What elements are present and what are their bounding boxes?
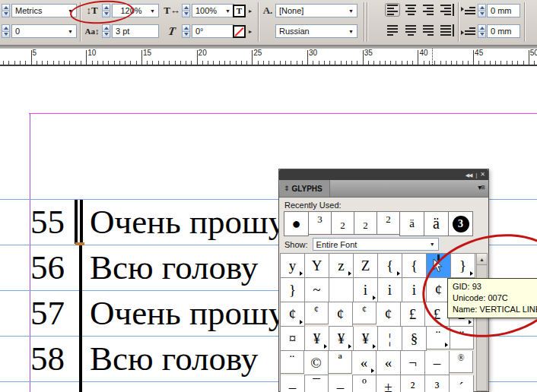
align-towards-spine-button[interactable] [438,3,453,17]
recent-glyph-cell[interactable]: 2 [377,211,400,235]
selected-vertical-line-glyph[interactable] [80,200,83,244]
glyph-cell[interactable]: – [281,375,305,392]
glyph-cell[interactable]: ¢ [377,302,401,327]
recent-glyph-cell[interactable]: ● [284,211,309,236]
recent-glyph-cell[interactable]: 2 [331,211,354,235]
glyph-cell[interactable]: £ [401,302,425,327]
panel-menu-icon[interactable]: ▾≡ [478,183,485,191]
left-indent-stepper[interactable] [478,3,486,18]
justify-all-button[interactable] [438,24,453,37]
kerning-stepper[interactable] [2,3,10,18]
line-text[interactable]: Очень прошу [90,202,280,242]
language-combobox[interactable]: Russian▼ [275,24,357,39]
glyph-cell[interactable]: { [402,254,427,278]
glyph-cell[interactable]: ¥ [305,327,329,351]
glyph-cell[interactable]: ¨ [427,327,450,349]
justify-last-right-button[interactable] [421,24,436,37]
recent-glyph-cell[interactable]: ä [424,211,449,236]
glyph-cell[interactable]: } [451,254,475,278]
glyph-cell[interactable]: y [281,254,305,278]
align-left-button[interactable] [385,3,400,17]
glyph-cell[interactable]: ¬ [401,351,425,375]
glyph-cell[interactable] [329,278,354,302]
tracking-stepper[interactable] [2,24,10,39]
left-indent-field[interactable]: 0 mm [487,3,520,18]
glyph-cell[interactable]: « [377,351,401,375]
vertical-scale-stepper[interactable] [102,3,110,18]
panel-close-icon[interactable]: ✕ [480,172,485,178]
recent-glyph-cell[interactable]: 3 [308,211,332,235]
ruler-minor-tick [468,61,469,65]
baseline-shift-stepper[interactable] [102,24,110,39]
glyph-cell[interactable]: ¢ [305,302,329,324]
skew-stepper[interactable] [182,24,190,39]
glyph-grid-scrollbar[interactable]: ▲ [476,253,488,391]
glyph-cell[interactable]: « [352,351,377,375]
truncated-toolbar-icon[interactable] [529,24,537,39]
glyph-cell[interactable]: ~ [305,278,329,302]
glyph-cell[interactable]: Z [354,254,378,278]
glyph-cell[interactable]: i [378,278,402,302]
glyph-cell[interactable]: z [329,254,354,278]
glyph-cell[interactable]: ® [450,351,473,373]
glyph-cell[interactable]: ¤ [281,327,305,351]
show-combobox[interactable]: Entire Font▼ [313,238,439,251]
glyph-cell[interactable]: ¦ [378,327,402,351]
stroke-proxy-button[interactable]: ▸ [233,24,252,39]
glyph-cell[interactable]: ´ [450,375,474,392]
glyph-cell[interactable]: ¥ [329,327,354,351]
glyph-cell[interactable]: – [329,375,353,392]
glyph-cell[interactable]: { [378,254,402,278]
glyph-cell[interactable]: Y [305,254,329,278]
glyph-cell-selected-vertical-line[interactable] [427,254,451,278]
panel-collapse-icon[interactable]: ◀◀ [466,172,472,178]
glyph-cell[interactable]: ± [377,375,401,392]
glyph-cell[interactable]: ³ [425,375,450,392]
glyph-cell[interactable]: } [281,278,305,302]
align-center-button[interactable] [403,3,418,17]
glyph-cell[interactable]: § [402,327,427,351]
align-spine-icon [440,4,451,16]
recent-glyph-cell[interactable]: 2 [354,211,377,235]
glyph-cell[interactable]: ¥ [354,327,378,351]
vertical-scale-combobox[interactable]: 120%▼ [112,3,159,18]
glyph-cell[interactable]: £ [425,302,450,327]
glyph-cell[interactable]: ¢ [281,302,305,327]
horizontal-ruler[interactable]: 5101520253035404550 [0,49,537,66]
line-text[interactable]: Всю голову [90,248,280,287]
glyph-cell[interactable]: ª [329,351,352,374]
baseline-shift-field[interactable]: 3 pt [112,24,159,39]
glyph-cell[interactable]: ¢ [329,302,353,327]
justify-last-left-button[interactable] [385,24,400,37]
first-line-indent-stepper[interactable] [478,24,486,39]
selection-handle[interactable] [75,242,84,245]
tab-glyphs[interactable]: ⇕ GLYPHS [280,180,330,197]
fill-proxy-button[interactable]: T▸ [233,3,252,18]
first-line-indent-field[interactable]: 0 mm [487,24,520,39]
justify-last-center-button[interactable] [403,24,418,37]
glyph-cell[interactable]: ¯ [305,375,329,392]
glyph-cell[interactable]: ¨ [450,327,474,349]
glyph-cell[interactable]: i [402,278,427,302]
character-style-combobox[interactable]: [None]▼ [275,3,357,18]
glyph-cell[interactable]: ¨ [281,351,304,374]
glyph-cell[interactable]: ¢ [353,302,377,324]
glyph-cell[interactable]: ² [401,375,425,392]
horizontal-scale-combobox[interactable]: 100%▼ [192,3,234,18]
tracking-combobox[interactable]: 0▼ [11,24,77,39]
scroll-up-button[interactable]: ▲ [477,254,487,265]
line-text[interactable]: Очень прошу [90,293,280,333]
recent-glyph-cell[interactable]: ä [399,211,424,236]
truncated-toolbar-icon[interactable] [529,3,537,18]
glyph-cell[interactable]: º [353,375,377,392]
align-right-button[interactable] [421,3,436,17]
kerning-combobox[interactable]: Metrics▼ [11,3,77,18]
glyph-cell[interactable]: © [304,351,329,375]
horizontal-scale-stepper[interactable] [182,3,190,18]
glyph-cell[interactable]: – [425,351,450,375]
selected-vertical-line-glyph[interactable] [75,200,78,244]
recent-glyph-cell[interactable]: 3 [448,211,473,236]
line-text[interactable]: Всю голову [90,339,280,378]
skew-field[interactable]: 0° [192,24,234,39]
glyph-cell[interactable]: i [354,278,378,302]
